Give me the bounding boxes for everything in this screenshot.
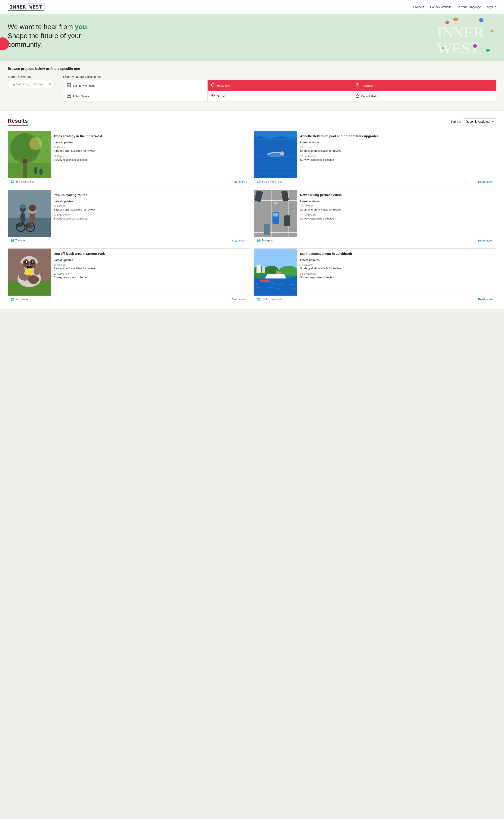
svg-rect-41 xyxy=(254,131,297,178)
read-more-parking[interactable]: Read more › xyxy=(478,239,494,242)
filter-column: Filter by category (pick any): Built Env… xyxy=(63,75,496,102)
nav-language[interactable]: In Your Language xyxy=(458,5,481,9)
globe-icon-trees: 🌐 xyxy=(10,180,14,183)
update-text-cycling-2: Survey responses collected xyxy=(54,217,247,221)
cycling-illustration xyxy=(8,190,51,237)
built-environment-icon xyxy=(67,83,71,88)
parking-illustration: 92 xyxy=(254,190,297,237)
card-dog: Dog off-leash area in Morton Park Latest… xyxy=(8,248,250,303)
card-category-trees: 🌐 Built environment xyxy=(10,180,35,183)
card-content-marina: Marina management in Leichhardt Latest u… xyxy=(297,249,496,296)
hero-heading-start: We want to hear from xyxy=(8,23,75,31)
card-content-cycling: Pop-up cycling routes Latest updates 10 … xyxy=(51,190,250,237)
svg-point-8 xyxy=(486,49,490,52)
public-space-icon xyxy=(67,94,71,99)
hero-illustration: INNER WEST xyxy=(437,16,496,59)
read-more-pool[interactable]: Read more › xyxy=(478,180,494,183)
updates-label-parking: Latest updates xyxy=(300,199,493,203)
card-footer-marina: 🌐 Built environment Read more › xyxy=(254,296,496,303)
read-more-cycling[interactable]: Read more › xyxy=(232,239,247,242)
read-more-trees[interactable]: Read more › xyxy=(232,180,247,183)
updates-label-marina: Latest updates xyxy=(300,259,493,262)
svg-point-3 xyxy=(479,18,483,22)
svg-rect-92 xyxy=(256,265,261,273)
social-icon xyxy=(211,94,215,99)
sort-select[interactable]: Recently Updated A-Z Z-A Closing Soon xyxy=(463,118,496,125)
card-top-dog: Dog off-leash area in Morton Park Latest… xyxy=(8,249,250,296)
svg-point-84 xyxy=(26,268,33,275)
site-logo: INNER WEST xyxy=(8,3,44,11)
search-section: Browse projects below or find a specific… xyxy=(0,61,504,109)
card-pool: Annette Kellerman pool and Enmore Park u… xyxy=(254,131,496,185)
svg-point-73 xyxy=(28,275,39,284)
filter-recreation[interactable]: Recreation xyxy=(208,80,352,91)
filter-social-label: Social xyxy=(217,95,224,98)
filter-council-label: Council Policy xyxy=(361,95,379,98)
nav-council-website[interactable]: Council Website xyxy=(430,5,452,9)
card-category-parking: 🌐 Transport xyxy=(257,239,273,242)
nav-links: Projects Council Website In Your Languag… xyxy=(413,5,496,9)
search-filter-row: Search keywords: ✕ Filter by category (p… xyxy=(8,75,496,102)
svg-rect-63 xyxy=(273,213,278,217)
read-more-marina[interactable]: Read more › xyxy=(478,298,494,301)
update-text-marina-2: Survey responses collected xyxy=(300,276,493,279)
filter-label: Filter by category (pick any): xyxy=(63,75,496,78)
update-date-pool-2: 12 September xyxy=(300,155,493,158)
svg-point-5 xyxy=(473,44,477,48)
card-category-pool: 🌐 Built environment xyxy=(257,180,282,183)
card-image-cycling xyxy=(8,190,51,237)
card-image-parking: 92 xyxy=(254,190,297,237)
card-image-marina xyxy=(254,249,297,296)
nav-sign-in[interactable]: Sign In xyxy=(487,5,496,9)
search-input[interactable] xyxy=(11,82,49,86)
nav-projects[interactable]: Projects xyxy=(413,5,424,9)
svg-rect-93 xyxy=(262,266,265,273)
filter-public-space[interactable]: Public Space xyxy=(63,91,208,101)
update-date-cycling-2: 12 September xyxy=(54,214,247,217)
search-input-wrapper[interactable]: ✕ xyxy=(8,80,55,88)
filter-grid: Built Environment Recreation Transport xyxy=(63,80,496,102)
filter-transport-label: Transport xyxy=(361,84,373,87)
sort-label: Sort by: xyxy=(451,120,461,123)
filter-built-environment[interactable]: Built Environment xyxy=(63,80,208,91)
update-date-trees-2: 12 September xyxy=(54,155,247,158)
update-text-cycling-1: Strategy draft available for review xyxy=(54,208,247,212)
card-image-pool xyxy=(254,131,297,178)
search-label: Search keywords: xyxy=(8,75,55,78)
browse-title: Browse projects below or find a specific… xyxy=(8,67,496,71)
svg-point-47 xyxy=(29,204,36,212)
card-footer-parking: 🌐 Transport Read more › xyxy=(254,237,496,244)
card-title-pool: Annette Kellerman pool and Enmore Park u… xyxy=(300,134,493,138)
read-more-dog[interactable]: Read more › xyxy=(232,298,247,301)
svg-rect-12 xyxy=(69,85,71,87)
card-image-dog xyxy=(8,249,51,296)
update-text-parking-2: Survey responses collected xyxy=(300,217,493,221)
card-top-trees: Trees strategy in the Inner West Latest … xyxy=(8,131,250,178)
svg-point-82 xyxy=(32,262,34,263)
update-date-marina-2: 12 September xyxy=(300,272,493,275)
svg-rect-24 xyxy=(357,97,357,97)
clear-search-icon[interactable]: ✕ xyxy=(49,82,51,86)
filter-council-policy[interactable]: Council Policy xyxy=(352,91,496,101)
svg-rect-29 xyxy=(8,163,51,178)
card-content-pool: Annette Kellerman pool and Enmore Park u… xyxy=(297,131,496,178)
svg-point-85 xyxy=(28,270,29,271)
card-category-dog: 🌐 Recreation xyxy=(10,298,28,301)
update-text-marina-1: Strategy draft available for review xyxy=(300,267,493,270)
svg-point-52 xyxy=(19,204,26,209)
hero-section: We want to hear from you. Shape the futu… xyxy=(0,14,504,61)
svg-text:INNER: INNER xyxy=(437,24,485,41)
hero-heading-highlight: you xyxy=(75,23,87,31)
filter-built-label: Built Environment xyxy=(73,84,95,87)
hero-text: We want to hear from you. Shape the futu… xyxy=(8,22,496,49)
update-date-dog-2: 12 September xyxy=(54,272,247,275)
filter-transport[interactable]: Transport xyxy=(352,80,496,91)
update-date-marina-1: 10 October xyxy=(300,263,493,266)
update-date-dog-1: 10 October xyxy=(54,263,247,266)
svg-point-20 xyxy=(212,95,213,96)
svg-point-30 xyxy=(29,137,42,150)
card-marina: Marina management in Leichhardt Latest u… xyxy=(254,248,496,303)
svg-point-86 xyxy=(30,272,31,273)
svg-point-32 xyxy=(39,168,43,175)
filter-social[interactable]: Social xyxy=(208,91,352,101)
